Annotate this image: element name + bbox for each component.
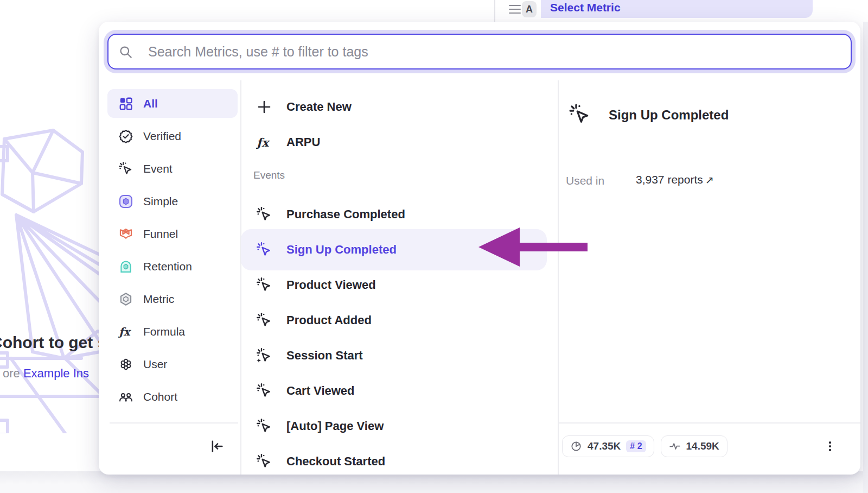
more-options-button[interactable] [819,435,841,457]
background-link-prefix: ore [3,366,23,380]
list-item-product-added[interactable]: Product Added [246,305,542,336]
list-item-label: Sign Up Completed [286,243,397,257]
event-icon [256,206,272,223]
grid-icon [118,96,133,111]
column-divider [240,80,241,475]
sidebar-item-label: Metric [143,293,174,306]
formula-icon: ƒx [118,324,133,339]
detail-title: Sign Up Completed [609,108,729,123]
annotation-arrow [472,222,594,276]
stat-value: 47.35K [588,440,621,452]
sidebar-item-verified[interactable]: Verified [107,122,238,150]
list-item-label: Cart Viewed [286,384,355,398]
event-icon [256,383,272,399]
cohort-icon [118,389,133,404]
detail-stats: 47.35K# 2 14.59K [562,435,727,457]
event-icon [569,103,591,126]
pie-icon [570,440,582,452]
sidebar-item-user[interactable]: User [107,350,238,378]
sidebar-item-cohort[interactable]: Cohort [107,382,238,411]
list-item-label: Purchase Completed [286,207,405,222]
stat-pill-pie[interactable]: 47.35K# 2 [562,435,654,457]
formula-icon: ƒx [256,134,272,150]
sidebar-item-label: Funnel [143,227,178,241]
example-insights-link[interactable]: Example Ins [23,366,89,380]
page-right-band [863,22,868,493]
sidebar-item-formula[interactable]: ƒx Formula [107,317,238,346]
metric-search-input[interactable] [148,44,851,60]
search-icon [118,45,133,59]
stat-value: 14.59K [686,440,719,452]
select-metric-label: Select Metric [550,1,621,14]
verified-icon [118,129,133,144]
page-divider [494,0,495,22]
sidebar-item-metric[interactable]: Metric [107,285,238,313]
sidebar-item-label: Cohort [143,390,177,403]
list-item-label: ARPU [286,135,320,149]
external-link-icon: ↗ [705,174,714,186]
user-icon [118,357,133,372]
create-new-label: Create New [286,100,352,114]
event-icon [256,453,272,470]
list-item-auto-page-view[interactable]: [Auto] Page View [246,410,542,442]
sidebar-item-simple[interactable]: Simple [107,187,238,216]
create-new-button[interactable]: Create New [246,94,542,120]
sidebar-divider [110,422,238,424]
events-section-label: Events [253,169,285,181]
sidebar-item-label: Retention [143,260,192,273]
event-icon [256,242,272,258]
list-item-label: Product Viewed [286,278,376,292]
list-item-checkout-started[interactable]: Checkout Started [246,446,542,477]
used-in-reports-link[interactable]: 3,937 reports↗ [636,173,714,186]
drag-handle-icon[interactable] [509,5,521,14]
list-item-label: Session Start [286,349,363,363]
plus-icon [256,99,272,115]
series-a-badge: A [522,1,537,17]
event-icon [256,312,272,328]
sidebar-item-label: User [143,358,167,371]
metric-icon [118,292,133,307]
funnel-icon [118,226,133,242]
list-item-arpu[interactable]: ƒx ARPU [246,129,542,155]
collapse-icon [209,439,225,454]
svg-text:ƒx: ƒx [118,325,132,338]
simple-icon [118,194,133,209]
background-link-line: ore Example Ins [3,366,89,381]
sidebar-item-all[interactable]: All [107,89,238,118]
sidebar-item-label: Verified [143,130,181,143]
stat-pill-pulse[interactable]: 14.59K [661,435,727,457]
sidebar-item-label: All [143,97,158,110]
column-divider [558,80,559,475]
event-icon [256,418,272,434]
select-metric-field[interactable]: Select Metric [541,0,813,18]
background-heading-fragment: Cohort to get s [0,333,106,352]
list-item-cart-viewed[interactable]: Cart Viewed [246,375,542,407]
list-item-session-start[interactable]: Session Start [246,340,542,371]
metric-type-sidebar: All Verified Event Simple Funnel Retenti… [107,89,238,411]
rank-badge: # 2 [626,440,646,452]
sidebar-item-label: Event [143,162,173,175]
list-item-label: Product Added [286,313,372,327]
collapse-sidebar-button[interactable] [206,435,228,457]
retention-icon [118,259,133,274]
sidebar-item-event[interactable]: Event [107,154,238,183]
pulse-icon [669,440,681,452]
event-icon [256,277,272,293]
list-item-label: [Auto] Page View [286,419,384,433]
report-header: A Select Metric [494,0,868,22]
used-in-label: Used in [566,174,604,187]
event-icon [118,161,133,176]
sidebar-item-retention[interactable]: Retention [107,252,238,281]
sidebar-item-funnel[interactable]: Funnel [107,219,238,248]
list-item-label: Checkout Started [286,454,385,469]
detail-divider [558,422,860,424]
kebab-icon [824,440,836,452]
metric-search-bar [107,34,852,69]
sidebar-item-label: Simple [143,195,178,208]
event-star-icon [256,347,272,364]
sidebar-item-label: Formula [143,325,185,338]
svg-text:ƒx: ƒx [256,136,270,149]
